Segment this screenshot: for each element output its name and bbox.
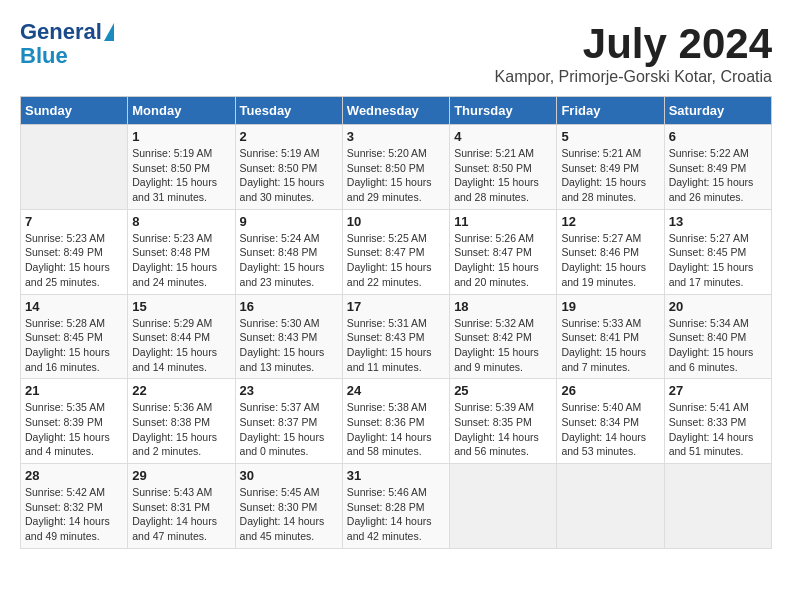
logo-icon	[104, 23, 114, 41]
day-info: Sunrise: 5:27 AM Sunset: 8:46 PM Dayligh…	[561, 231, 659, 290]
calendar-cell	[450, 464, 557, 549]
location-title: Kampor, Primorje-Gorski Kotar, Croatia	[495, 68, 772, 86]
day-number: 20	[669, 299, 767, 314]
calendar-cell: 15Sunrise: 5:29 AM Sunset: 8:44 PM Dayli…	[128, 294, 235, 379]
calendar-cell: 10Sunrise: 5:25 AM Sunset: 8:47 PM Dayli…	[342, 209, 449, 294]
calendar-week-row: 7Sunrise: 5:23 AM Sunset: 8:49 PM Daylig…	[21, 209, 772, 294]
day-info: Sunrise: 5:41 AM Sunset: 8:33 PM Dayligh…	[669, 400, 767, 459]
day-info: Sunrise: 5:21 AM Sunset: 8:50 PM Dayligh…	[454, 146, 552, 205]
calendar-cell: 4Sunrise: 5:21 AM Sunset: 8:50 PM Daylig…	[450, 125, 557, 210]
calendar-week-row: 14Sunrise: 5:28 AM Sunset: 8:45 PM Dayli…	[21, 294, 772, 379]
day-info: Sunrise: 5:22 AM Sunset: 8:49 PM Dayligh…	[669, 146, 767, 205]
day-number: 24	[347, 383, 445, 398]
day-info: Sunrise: 5:19 AM Sunset: 8:50 PM Dayligh…	[240, 146, 338, 205]
day-number: 26	[561, 383, 659, 398]
calendar-cell: 14Sunrise: 5:28 AM Sunset: 8:45 PM Dayli…	[21, 294, 128, 379]
column-header-saturday: Saturday	[664, 97, 771, 125]
title-section: July 2024 Kampor, Primorje-Gorski Kotar,…	[495, 20, 772, 86]
column-header-thursday: Thursday	[450, 97, 557, 125]
day-info: Sunrise: 5:46 AM Sunset: 8:28 PM Dayligh…	[347, 485, 445, 544]
day-number: 28	[25, 468, 123, 483]
calendar-cell: 13Sunrise: 5:27 AM Sunset: 8:45 PM Dayli…	[664, 209, 771, 294]
calendar-cell: 5Sunrise: 5:21 AM Sunset: 8:49 PM Daylig…	[557, 125, 664, 210]
column-header-friday: Friday	[557, 97, 664, 125]
day-info: Sunrise: 5:34 AM Sunset: 8:40 PM Dayligh…	[669, 316, 767, 375]
day-info: Sunrise: 5:37 AM Sunset: 8:37 PM Dayligh…	[240, 400, 338, 459]
day-number: 4	[454, 129, 552, 144]
day-info: Sunrise: 5:20 AM Sunset: 8:50 PM Dayligh…	[347, 146, 445, 205]
day-info: Sunrise: 5:19 AM Sunset: 8:50 PM Dayligh…	[132, 146, 230, 205]
calendar-cell: 23Sunrise: 5:37 AM Sunset: 8:37 PM Dayli…	[235, 379, 342, 464]
day-info: Sunrise: 5:42 AM Sunset: 8:32 PM Dayligh…	[25, 485, 123, 544]
column-header-sunday: Sunday	[21, 97, 128, 125]
column-header-monday: Monday	[128, 97, 235, 125]
calendar-cell: 3Sunrise: 5:20 AM Sunset: 8:50 PM Daylig…	[342, 125, 449, 210]
calendar-cell: 28Sunrise: 5:42 AM Sunset: 8:32 PM Dayli…	[21, 464, 128, 549]
calendar-cell: 18Sunrise: 5:32 AM Sunset: 8:42 PM Dayli…	[450, 294, 557, 379]
page-header: General Blue July 2024 Kampor, Primorje-…	[20, 20, 772, 86]
day-number: 15	[132, 299, 230, 314]
day-number: 6	[669, 129, 767, 144]
calendar-week-row: 21Sunrise: 5:35 AM Sunset: 8:39 PM Dayli…	[21, 379, 772, 464]
calendar-cell	[557, 464, 664, 549]
day-info: Sunrise: 5:40 AM Sunset: 8:34 PM Dayligh…	[561, 400, 659, 459]
day-info: Sunrise: 5:43 AM Sunset: 8:31 PM Dayligh…	[132, 485, 230, 544]
day-info: Sunrise: 5:29 AM Sunset: 8:44 PM Dayligh…	[132, 316, 230, 375]
day-number: 8	[132, 214, 230, 229]
column-header-tuesday: Tuesday	[235, 97, 342, 125]
day-number: 2	[240, 129, 338, 144]
calendar-week-row: 28Sunrise: 5:42 AM Sunset: 8:32 PM Dayli…	[21, 464, 772, 549]
day-number: 14	[25, 299, 123, 314]
day-number: 7	[25, 214, 123, 229]
day-number: 16	[240, 299, 338, 314]
calendar-cell: 7Sunrise: 5:23 AM Sunset: 8:49 PM Daylig…	[21, 209, 128, 294]
calendar-cell: 16Sunrise: 5:30 AM Sunset: 8:43 PM Dayli…	[235, 294, 342, 379]
day-number: 5	[561, 129, 659, 144]
calendar-cell: 12Sunrise: 5:27 AM Sunset: 8:46 PM Dayli…	[557, 209, 664, 294]
calendar-cell: 17Sunrise: 5:31 AM Sunset: 8:43 PM Dayli…	[342, 294, 449, 379]
day-number: 18	[454, 299, 552, 314]
day-info: Sunrise: 5:33 AM Sunset: 8:41 PM Dayligh…	[561, 316, 659, 375]
day-info: Sunrise: 5:38 AM Sunset: 8:36 PM Dayligh…	[347, 400, 445, 459]
day-info: Sunrise: 5:24 AM Sunset: 8:48 PM Dayligh…	[240, 231, 338, 290]
day-number: 12	[561, 214, 659, 229]
day-number: 23	[240, 383, 338, 398]
calendar-cell: 9Sunrise: 5:24 AM Sunset: 8:48 PM Daylig…	[235, 209, 342, 294]
day-info: Sunrise: 5:26 AM Sunset: 8:47 PM Dayligh…	[454, 231, 552, 290]
calendar-cell: 25Sunrise: 5:39 AM Sunset: 8:35 PM Dayli…	[450, 379, 557, 464]
day-info: Sunrise: 5:39 AM Sunset: 8:35 PM Dayligh…	[454, 400, 552, 459]
day-number: 31	[347, 468, 445, 483]
day-number: 17	[347, 299, 445, 314]
month-title: July 2024	[495, 20, 772, 68]
logo: General Blue	[20, 20, 114, 68]
calendar-cell: 6Sunrise: 5:22 AM Sunset: 8:49 PM Daylig…	[664, 125, 771, 210]
day-info: Sunrise: 5:31 AM Sunset: 8:43 PM Dayligh…	[347, 316, 445, 375]
calendar-cell	[21, 125, 128, 210]
day-info: Sunrise: 5:32 AM Sunset: 8:42 PM Dayligh…	[454, 316, 552, 375]
column-header-wednesday: Wednesday	[342, 97, 449, 125]
calendar-cell: 11Sunrise: 5:26 AM Sunset: 8:47 PM Dayli…	[450, 209, 557, 294]
calendar-cell: 8Sunrise: 5:23 AM Sunset: 8:48 PM Daylig…	[128, 209, 235, 294]
calendar-cell: 2Sunrise: 5:19 AM Sunset: 8:50 PM Daylig…	[235, 125, 342, 210]
day-info: Sunrise: 5:27 AM Sunset: 8:45 PM Dayligh…	[669, 231, 767, 290]
calendar-cell: 24Sunrise: 5:38 AM Sunset: 8:36 PM Dayli…	[342, 379, 449, 464]
calendar-cell: 19Sunrise: 5:33 AM Sunset: 8:41 PM Dayli…	[557, 294, 664, 379]
day-number: 19	[561, 299, 659, 314]
calendar-week-row: 1Sunrise: 5:19 AM Sunset: 8:50 PM Daylig…	[21, 125, 772, 210]
day-number: 22	[132, 383, 230, 398]
calendar-header-row: SundayMondayTuesdayWednesdayThursdayFrid…	[21, 97, 772, 125]
day-info: Sunrise: 5:30 AM Sunset: 8:43 PM Dayligh…	[240, 316, 338, 375]
day-number: 25	[454, 383, 552, 398]
day-info: Sunrise: 5:36 AM Sunset: 8:38 PM Dayligh…	[132, 400, 230, 459]
day-number: 27	[669, 383, 767, 398]
calendar-cell: 26Sunrise: 5:40 AM Sunset: 8:34 PM Dayli…	[557, 379, 664, 464]
calendar-cell: 30Sunrise: 5:45 AM Sunset: 8:30 PM Dayli…	[235, 464, 342, 549]
day-info: Sunrise: 5:23 AM Sunset: 8:49 PM Dayligh…	[25, 231, 123, 290]
logo-general: General	[20, 20, 102, 44]
calendar-cell: 27Sunrise: 5:41 AM Sunset: 8:33 PM Dayli…	[664, 379, 771, 464]
day-number: 29	[132, 468, 230, 483]
day-number: 13	[669, 214, 767, 229]
day-number: 10	[347, 214, 445, 229]
calendar-cell: 31Sunrise: 5:46 AM Sunset: 8:28 PM Dayli…	[342, 464, 449, 549]
day-info: Sunrise: 5:45 AM Sunset: 8:30 PM Dayligh…	[240, 485, 338, 544]
